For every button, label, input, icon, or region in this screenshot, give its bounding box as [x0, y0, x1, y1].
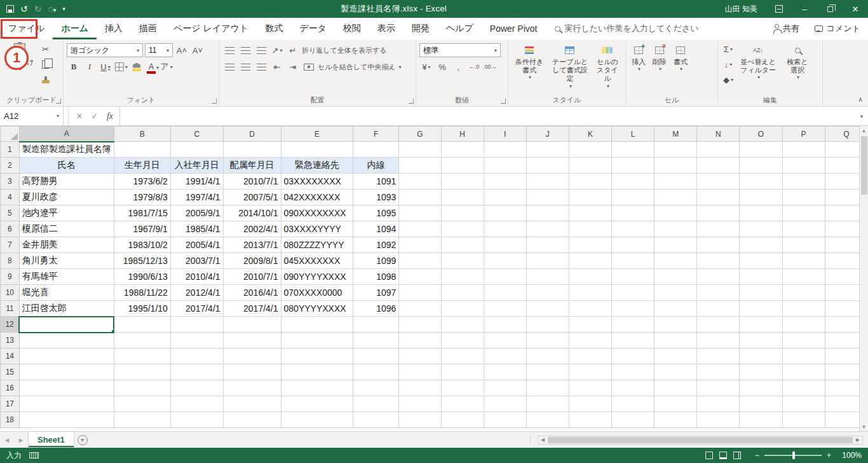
cell-O6[interactable]: [740, 221, 782, 237]
column-header-J[interactable]: J: [526, 127, 569, 142]
cell-C7[interactable]: 2005/4/1: [170, 237, 223, 253]
merge-center-icon[interactable]: [302, 60, 316, 74]
cell-A9[interactable]: 有馬雄平: [19, 269, 114, 285]
cell-J2[interactable]: [526, 158, 569, 174]
page-layout-view-icon[interactable]: [719, 452, 727, 459]
share-button[interactable]: 共有: [767, 18, 807, 39]
cell-N17[interactable]: [697, 396, 740, 412]
tab-formulas[interactable]: 数式: [257, 18, 291, 39]
cell-M13[interactable]: [654, 333, 697, 349]
name-box-dropdown-icon[interactable]: ▾: [57, 113, 59, 119]
cell-E3[interactable]: 03XXXXXXXX: [281, 174, 353, 190]
cell-F9[interactable]: 1098: [353, 269, 399, 285]
cell-M11[interactable]: [654, 301, 697, 317]
format-painter-icon[interactable]: [39, 73, 53, 86]
cell-A10[interactable]: 堀光喜: [19, 285, 114, 301]
cell-J8[interactable]: [526, 253, 569, 269]
cell-F14[interactable]: [353, 349, 399, 364]
cell-A17[interactable]: [19, 396, 114, 412]
cell-H18[interactable]: [441, 412, 484, 428]
cell-L5[interactable]: [611, 205, 654, 221]
cell-H17[interactable]: [441, 396, 484, 412]
enter-icon[interactable]: ✓: [88, 109, 102, 123]
cell-G3[interactable]: [399, 174, 441, 190]
align-right-icon[interactable]: [254, 60, 268, 74]
row-header-3[interactable]: 3: [1, 174, 20, 190]
cell-G12[interactable]: [399, 317, 441, 333]
cell-P9[interactable]: [782, 269, 825, 285]
cell-N8[interactable]: [697, 253, 740, 269]
user-name[interactable]: 山田 知美: [716, 4, 766, 15]
cell-L3[interactable]: [611, 174, 654, 190]
cell-I3[interactable]: [484, 174, 526, 190]
column-header-P[interactable]: P: [782, 127, 825, 142]
cell-K7[interactable]: [569, 237, 611, 253]
cell-C4[interactable]: 1997/4/1: [170, 190, 223, 205]
cell-K15[interactable]: [569, 364, 611, 380]
zoom-slider[interactable]: [764, 455, 822, 456]
cell-O17[interactable]: [740, 396, 782, 412]
cell-O4[interactable]: [740, 190, 782, 205]
cell-B15[interactable]: [114, 364, 170, 380]
format-cells-button[interactable]: 書式 ▾: [671, 42, 690, 96]
row-header-10[interactable]: 10: [1, 285, 20, 301]
cell-K13[interactable]: [569, 333, 611, 349]
cell-G10[interactable]: [399, 285, 441, 301]
cell-J12[interactable]: [526, 317, 569, 333]
cell-O3[interactable]: [740, 174, 782, 190]
cell-H10[interactable]: [441, 285, 484, 301]
row-header-11[interactable]: 11: [1, 301, 20, 317]
cell-F3[interactable]: 1091: [353, 174, 399, 190]
align-center-icon[interactable]: [238, 60, 252, 74]
normal-view-icon[interactable]: [705, 452, 713, 459]
cell-P8[interactable]: [782, 253, 825, 269]
cell-O5[interactable]: [740, 205, 782, 221]
cut-icon[interactable]: ✂: [39, 42, 53, 56]
row-header-17[interactable]: 17: [1, 396, 20, 412]
cell-I4[interactable]: [484, 190, 526, 205]
cell-E14[interactable]: [281, 349, 353, 364]
cell-C9[interactable]: 2010/4/1: [170, 269, 223, 285]
comments-button[interactable]: コメント: [807, 18, 868, 39]
cell-O16[interactable]: [740, 380, 782, 396]
cell-B9[interactable]: 1990/6/13: [114, 269, 170, 285]
cell-A16[interactable]: [19, 380, 114, 396]
cell-I7[interactable]: [484, 237, 526, 253]
cell-B11[interactable]: 1995/1/10: [114, 301, 170, 317]
column-header-M[interactable]: M: [654, 127, 697, 142]
clear-icon[interactable]: ◆▾: [721, 73, 735, 86]
cell-P12[interactable]: [782, 317, 825, 333]
cell-O15[interactable]: [740, 364, 782, 380]
cell-F16[interactable]: [353, 380, 399, 396]
cell-I2[interactable]: [484, 158, 526, 174]
tab-review[interactable]: 校閲: [335, 18, 369, 39]
cell-O18[interactable]: [740, 412, 782, 428]
cell-G2[interactable]: [399, 158, 441, 174]
tab-file[interactable]: ファイル: [0, 18, 53, 39]
column-header-C[interactable]: C: [170, 127, 223, 142]
cell-N15[interactable]: [697, 364, 740, 380]
cell-A11[interactable]: 江田啓太郎: [19, 301, 114, 317]
cell-L11[interactable]: [611, 301, 654, 317]
cancel-icon[interactable]: ✕: [72, 109, 86, 123]
cell-M15[interactable]: [654, 364, 697, 380]
cell-L12[interactable]: [611, 317, 654, 333]
cell-L9[interactable]: [611, 269, 654, 285]
cell-G4[interactable]: [399, 190, 441, 205]
row-header-9[interactable]: 9: [1, 269, 20, 285]
column-header-G[interactable]: G: [399, 127, 441, 142]
sheet-nav-left-icon[interactable]: ◀: [0, 432, 14, 448]
cell-J5[interactable]: [526, 205, 569, 221]
scroll-right-icon[interactable]: ▶: [853, 437, 862, 443]
zoom-slider-thumb[interactable]: [792, 452, 795, 459]
cell-B7[interactable]: 1983/10/2: [114, 237, 170, 253]
cell-D7[interactable]: 2013/7/1: [223, 237, 281, 253]
cell-C5[interactable]: 2005/9/1: [170, 205, 223, 221]
cell-H13[interactable]: [441, 333, 484, 349]
cell-K16[interactable]: [569, 380, 611, 396]
cell-D5[interactable]: 2014/10/1: [223, 205, 281, 221]
find-select-button[interactable]: 検索と選択 ▾: [781, 42, 814, 96]
cell-I9[interactable]: [484, 269, 526, 285]
cell-I13[interactable]: [484, 333, 526, 349]
cell-E17[interactable]: [281, 396, 353, 412]
